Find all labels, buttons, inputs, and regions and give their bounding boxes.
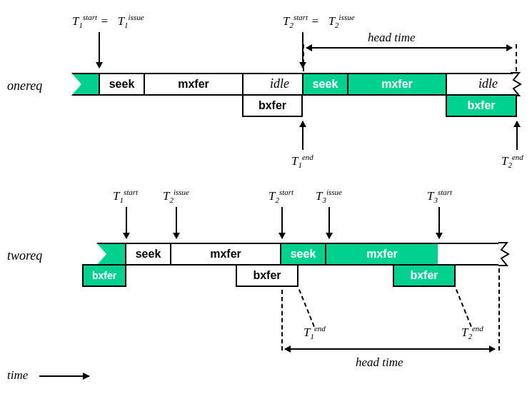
time-axis-arrow <box>39 375 89 377</box>
dash-line <box>516 44 517 71</box>
marker-t2-start-issue: T2start = T2issue <box>283 13 355 29</box>
chevron-icon <box>96 243 106 266</box>
seg-bxfer: bxfer <box>82 264 126 287</box>
arrow-icon <box>328 207 330 238</box>
arrow-icon <box>438 207 440 238</box>
seg-seek: seek <box>99 73 145 96</box>
seg-bxfer: bxfer <box>393 264 456 287</box>
arrow-icon <box>99 32 100 68</box>
double-arrow-icon <box>306 47 512 49</box>
head-time-label: head time <box>368 31 416 45</box>
marker-t2-end: T2end <box>501 153 523 169</box>
head-time-label: head time <box>356 355 403 370</box>
arrow-icon <box>281 207 283 238</box>
trail-border <box>446 73 513 96</box>
marker-t3-start: T3start <box>427 188 452 204</box>
seg-seek: seek <box>280 243 326 266</box>
arrow-icon <box>302 121 303 150</box>
marker-t1-start: T1start <box>113 188 138 204</box>
dash-line <box>281 290 283 350</box>
marker-t3-issue: T3issue <box>316 188 342 204</box>
seg-mxfer: mxfer <box>325 243 439 266</box>
seg-seek: seek <box>125 243 171 266</box>
time-axis-label: time <box>7 368 28 383</box>
dash-line <box>498 268 500 350</box>
marker-t1-end: T1end <box>291 153 313 169</box>
seg-bxfer: bxfer <box>446 94 517 117</box>
marker-t1-start-issue: T1start = T1issue <box>72 13 144 29</box>
chevron-icon <box>71 73 81 96</box>
arrow-icon <box>516 121 518 150</box>
seg-bxfer: bxfer <box>242 94 303 117</box>
seg-seek: seek <box>302 73 348 96</box>
seg-trailing <box>438 243 502 266</box>
dash-line <box>298 289 315 327</box>
row-label-tworeq: tworeq <box>7 248 42 263</box>
arrow-icon <box>176 207 177 238</box>
marker-t2-end: T2end <box>461 324 483 340</box>
seg-mxfer: mxfer <box>347 73 447 96</box>
zigzag-icon <box>498 243 511 266</box>
marker-t2-start: T2start <box>268 188 293 204</box>
idle-border <box>242 73 303 96</box>
marker-t2-issue: T2issue <box>163 188 189 204</box>
dash-line <box>303 44 304 71</box>
marker-t1-end: T1end <box>303 324 326 340</box>
seg-bxfer: bxfer <box>236 264 298 287</box>
dash-line <box>456 289 472 327</box>
row-label-onereq: onereq <box>7 79 42 94</box>
double-arrow-icon <box>285 348 495 350</box>
arrow-icon <box>126 207 127 238</box>
seg-mxfer: mxfer <box>144 73 244 96</box>
diagram-canvas: onereq T1start = T1issue T2start = T2iss… <box>7 7 525 392</box>
seg-mxfer: mxfer <box>170 243 281 266</box>
